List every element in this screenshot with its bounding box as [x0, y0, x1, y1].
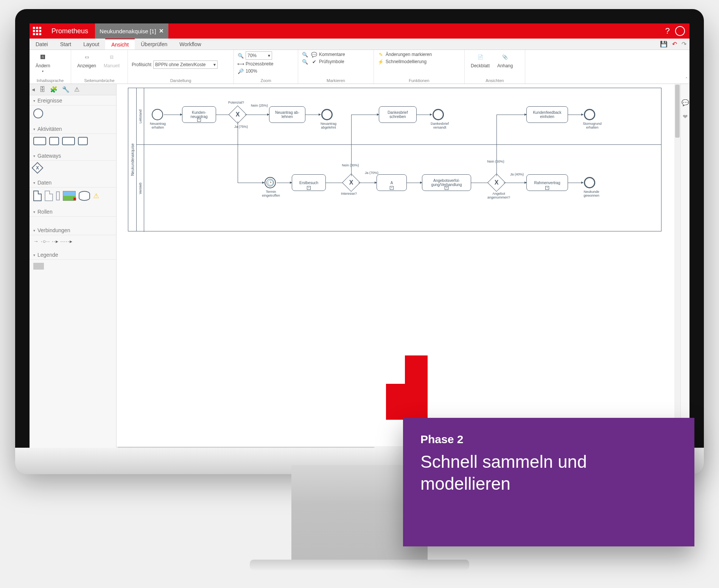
task-dankesbrief[interactable]: Dankesbrief schreiben	[379, 106, 417, 123]
activity-icon[interactable]: ❤	[683, 113, 688, 120]
zoom-100-button[interactable]: 🔎 100%	[238, 68, 273, 74]
zoom-out-button[interactable]: 🔍	[302, 59, 308, 65]
palette-legende-header[interactable]: Legende	[30, 250, 116, 260]
zoom-row: 🔍 70% ▾	[238, 51, 273, 60]
shape-task-small[interactable]	[49, 137, 59, 145]
gateway-interesse[interactable]: X	[342, 174, 360, 192]
schnellmodellierung-button[interactable]: ⚡ Schnellmodellierung	[378, 59, 432, 65]
svg-rect-6	[33, 33, 35, 36]
shape-start-event[interactable]	[33, 109, 43, 118]
shape-legend-swatch[interactable]	[33, 263, 44, 270]
end-abgelehnt[interactable]	[321, 109, 333, 120]
palette-ereignisse-header[interactable]: Ereignisse	[30, 95, 116, 105]
palette-nav-prev-icon[interactable]: ◂	[32, 86, 35, 93]
gateway-angebot[interactable]: X	[487, 174, 506, 192]
shape-datastore[interactable]	[79, 191, 90, 201]
task-rahmen[interactable]: Rahmenvertrag +	[526, 174, 568, 191]
menu-layout[interactable]: Layout	[77, 39, 105, 50]
shape-sequence-flow[interactable]: → ·○·· ··▸ ·····▸	[33, 238, 73, 244]
profilsicht-value: BPPN ohne Zeiten/Koste	[155, 62, 205, 67]
app-name: Prometheus	[45, 27, 95, 35]
shape-data-object[interactable]	[33, 191, 42, 201]
lane-leitstand[interactable]: Leitstand Neuantrag erhalten Kunden- neu…	[137, 88, 661, 145]
right-rail: 💬 ❤	[680, 84, 689, 452]
app-logo-icon	[30, 23, 45, 39]
menu-datei[interactable]: Datei	[30, 39, 54, 50]
promo-phase: Phase 2	[420, 433, 677, 446]
collapse-ribbon-icon[interactable]: ˄	[683, 50, 689, 84]
deckblatt-button[interactable]: 📄 Deckblatt	[468, 51, 492, 69]
pruefsymbole-button[interactable]: ✔ Prüfsymbole	[311, 59, 345, 65]
zoom-dropdown[interactable]: 70% ▾	[246, 51, 272, 60]
menu-workflow[interactable]: Workflow	[173, 39, 207, 50]
svg-rect-1	[36, 27, 38, 29]
gateway-potenzial[interactable]: X	[229, 105, 247, 124]
svg-rect-4	[36, 30, 38, 32]
task-erstbesuch[interactable]: Erstbesuch +	[292, 174, 326, 191]
record-indicator-icon[interactable]	[675, 26, 685, 36]
shape-task[interactable]	[33, 137, 46, 145]
shape-task-3[interactable]	[78, 137, 88, 145]
shape-image-remove[interactable]	[63, 191, 76, 201]
redo-icon[interactable]: ↷	[682, 40, 686, 48]
profilsicht-dropdown[interactable]: BPPN ohne Zeiten/Koste ▾	[153, 61, 218, 69]
chat-icon[interactable]: 💬	[682, 99, 689, 106]
start-event[interactable]	[152, 109, 163, 120]
lane-vertrieb[interactable]: Vertrieb Termin eingetroffen Erstbesuch …	[137, 145, 661, 232]
language-icon: 🅰	[38, 52, 48, 62]
kommentare-button[interactable]: 💬 Kommentare	[311, 51, 345, 57]
menu-start[interactable]: Start	[54, 39, 78, 50]
end-storno-label: Stornogrund erhalten	[577, 122, 607, 130]
ribbon-group-darstellung-label: Darstellung	[132, 78, 230, 83]
end-storno[interactable]	[584, 109, 595, 120]
palette-rollen-header[interactable]: Rollen	[30, 206, 116, 217]
document-tab[interactable]: Neukundenakquise [1] ✕	[95, 23, 168, 39]
comment-icon: 💬	[311, 51, 317, 57]
check-icon: ✔	[311, 59, 317, 65]
task-verfolgung[interactable]: Angebotsverfol- gung/Verhandlung +	[422, 174, 471, 191]
undo-icon[interactable]: ↶	[672, 40, 677, 48]
prozessbreite-button[interactable]: ⟷ Prozessbreite	[238, 61, 273, 67]
end-dankesbrief[interactable]	[433, 109, 444, 120]
zoom-in-button[interactable]: 🔍	[302, 51, 308, 57]
ribbon-group-funktionen-label: Funktionen	[378, 78, 461, 83]
zoom-in-icon: 🔍	[302, 51, 308, 57]
anhang-button[interactable]: 📎 Anhang	[495, 51, 515, 69]
shape-task-2[interactable]	[62, 137, 75, 145]
aenderungen-button[interactable]: ✎ Änderungen markieren	[378, 51, 432, 57]
app-window: Prometheus Neukundenakquise [1] ✕ ? Date…	[30, 23, 689, 452]
vertical-scrollbar[interactable]	[674, 84, 680, 446]
ribbon-group-inhalt-label: Inhaltssprache	[33, 78, 67, 83]
menu-ueberpruefen[interactable]: Überprüfen	[135, 39, 173, 50]
gw-angebot-no-label: Nein (60%)	[486, 160, 505, 164]
highlighter-icon: ✎	[378, 51, 384, 57]
menu-ansicht[interactable]: Ansicht	[105, 39, 135, 50]
shape-gateway-xor[interactable]: X	[31, 162, 43, 174]
shape-data-input[interactable]	[56, 191, 60, 200]
bpmn-pool[interactable]: Neukundenakquise Leitstand Neuantrag erh…	[128, 88, 661, 231]
shape-data-object-2[interactable]	[45, 191, 53, 201]
palette-tab-shapes-icon[interactable]: 🧩	[50, 86, 58, 93]
ribbon-aendern-button[interactable]: 🅰 Ändern ▾	[33, 51, 53, 74]
ribbon-anzeigen-button[interactable]: ▭ Anzeigen	[75, 51, 98, 69]
palette-tab-db-icon[interactable]: 🗄	[39, 86, 45, 93]
gw-interesse-no-label: Nein (30%)	[341, 164, 360, 168]
zoom-value: 70%	[247, 53, 257, 58]
palette-aktivitaeten-header[interactable]: Aktivitäten	[30, 124, 116, 134]
close-tab-icon[interactable]: ✕	[159, 28, 164, 34]
event-termin[interactable]	[265, 177, 276, 188]
task-feedback[interactable]: Kundenfeedback einholen	[526, 106, 568, 123]
save-icon[interactable]: 💾	[660, 40, 668, 48]
task-a[interactable]: A +	[377, 174, 407, 191]
end-neukunde[interactable]	[584, 177, 595, 188]
palette-tab-warn-icon[interactable]: ⚠	[74, 86, 79, 93]
pool-title: Neukundenakquise	[128, 88, 137, 231]
palette-gateways-header[interactable]: Gateways	[30, 150, 116, 161]
task-kundenneuantrag[interactable]: Kunden- neuantrag +	[182, 106, 216, 123]
task-ablehnen[interactable]: Neuantrag ab- lehnen	[269, 106, 305, 123]
help-button[interactable]: ?	[660, 26, 675, 36]
palette-tab-tools-icon[interactable]: 🔧	[62, 86, 70, 93]
palette-daten-header[interactable]: Daten	[30, 177, 116, 188]
palette-verbindungen-header[interactable]: Verbindungen	[30, 225, 116, 235]
shape-warning-icon[interactable]: ⚠	[93, 192, 99, 200]
